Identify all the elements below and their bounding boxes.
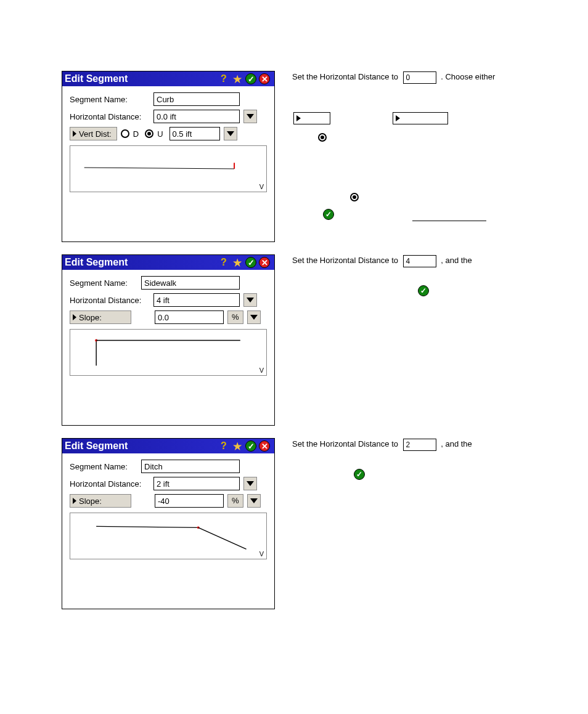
- svg-line-5: [96, 526, 198, 527]
- instructions-curb: Set the Horizontal Distance to 0 . Choos…: [292, 71, 536, 221]
- percent-label: %: [227, 494, 243, 508]
- slope-dropdown[interactable]: [247, 310, 261, 324]
- preview-panel: V: [70, 145, 267, 192]
- hdist-input[interactable]: [153, 293, 240, 307]
- titlebar: Edit Segment ? ★ ✓ ✕: [62, 255, 274, 270]
- preview-panel: V: [70, 513, 267, 559]
- favorite-icon[interactable]: ★: [231, 256, 243, 269]
- slope-input[interactable]: [155, 494, 224, 508]
- favorite-icon[interactable]: ★: [231, 73, 243, 85]
- inline-vertdist-button[interactable]: [293, 112, 330, 124]
- slope-dropdown[interactable]: [247, 494, 261, 508]
- radio-up[interactable]: [145, 129, 153, 138]
- percent-label: %: [227, 310, 243, 324]
- preview-corner-label: V: [259, 550, 264, 558]
- instructions-ditch: Set the Horizontal Distance to 2 , and t…: [292, 438, 536, 480]
- ok-button[interactable]: ✓: [245, 256, 257, 269]
- segment-name-input[interactable]: [141, 460, 240, 473]
- inline-hdist-input[interactable]: 2: [403, 439, 436, 451]
- inline-ok-icon[interactable]: ✓: [354, 469, 365, 480]
- vdist-dropdown[interactable]: [224, 127, 237, 140]
- hdist-input[interactable]: [153, 110, 240, 123]
- cancel-button[interactable]: ✕: [258, 73, 271, 85]
- hdist-dropdown[interactable]: [243, 477, 257, 490]
- slope-mode-button[interactable]: Slope:: [70, 310, 131, 324]
- titlebar: Edit Segment ? ★ ✓ ✕: [62, 439, 274, 453]
- radio-up-label: U: [157, 129, 163, 139]
- segment-name-label: Segment Name:: [70, 278, 137, 288]
- preview-corner-label: V: [259, 183, 264, 190]
- slope-mode-button[interactable]: Slope:: [70, 494, 131, 508]
- cancel-button[interactable]: ✕: [258, 256, 271, 269]
- inline-ok-icon[interactable]: ✓: [323, 209, 334, 220]
- preview-corner-label: V: [259, 367, 264, 374]
- hdist-label: Horizontal Distance:: [70, 479, 150, 489]
- ok-button[interactable]: ✓: [245, 440, 257, 452]
- inline-radio-u2[interactable]: [350, 193, 359, 201]
- slope-input[interactable]: [155, 310, 224, 324]
- segment-name-label: Segment Name:: [70, 95, 150, 104]
- inline-radio-u[interactable]: [318, 133, 327, 142]
- help-icon[interactable]: ?: [218, 256, 230, 269]
- favorite-icon[interactable]: ★: [231, 440, 243, 452]
- cancel-button[interactable]: ✕: [258, 440, 271, 452]
- edit-segment-dialog-sidewalk: Edit Segment ? ★ ✓ ✕ Segment Name: Horiz…: [62, 254, 275, 426]
- help-icon[interactable]: ?: [218, 73, 230, 85]
- segment-name-label: Segment Name:: [70, 462, 137, 471]
- titlebar: Edit Segment ? ★ ✓ ✕: [62, 71, 274, 86]
- inline-hdist-input[interactable]: 0: [403, 71, 436, 84]
- dialog-title: Edit Segment: [65, 73, 216, 84]
- inline-hdist-input[interactable]: 4: [403, 255, 436, 267]
- ok-button[interactable]: ✓: [245, 73, 257, 85]
- instructions-sidewalk: Set the Horizontal Distance to 4 , and t…: [292, 254, 536, 296]
- inline-slope-button[interactable]: [393, 112, 448, 124]
- hdist-label: Horizontal Distance:: [70, 112, 150, 121]
- hdist-label: Horizontal Distance:: [70, 296, 150, 305]
- help-icon[interactable]: ?: [218, 440, 230, 452]
- preview-panel: V: [70, 329, 267, 376]
- vdist-input[interactable]: [169, 127, 220, 140]
- segment-name-input[interactable]: [153, 92, 240, 106]
- dialog-title: Edit Segment: [65, 257, 216, 268]
- edit-segment-dialog-ditch: Edit Segment ? ★ ✓ ✕ Segment Name: Horiz…: [62, 438, 275, 609]
- hdist-dropdown[interactable]: [243, 110, 257, 123]
- dialog-title: Edit Segment: [65, 440, 216, 452]
- hdist-dropdown[interactable]: [243, 293, 257, 307]
- radio-down[interactable]: [121, 129, 129, 138]
- radio-down-label: D: [133, 129, 139, 139]
- segment-name-input[interactable]: [141, 276, 240, 290]
- svg-line-0: [84, 168, 234, 169]
- inline-ok-icon[interactable]: ✓: [418, 285, 429, 296]
- vert-dist-mode-button[interactable]: Vert Dist:: [70, 127, 117, 140]
- edit-segment-dialog-curb: Edit Segment ? ★ ✓ ✕ Segment Name: Horiz…: [62, 71, 275, 242]
- hdist-input[interactable]: [153, 477, 240, 490]
- svg-line-7: [198, 527, 247, 549]
